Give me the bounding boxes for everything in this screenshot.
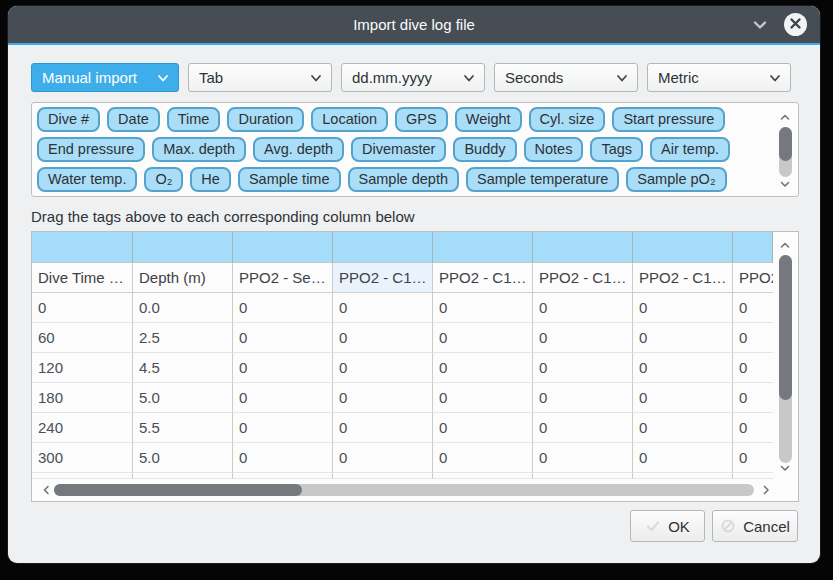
table-hscrollbar xyxy=(32,479,798,501)
table-cell: 0 xyxy=(333,443,433,473)
table-row: 180 5.0 0 0 0 0 0 0 xyxy=(32,383,773,413)
table-cell: 0 xyxy=(633,383,733,413)
tag-max-depth[interactable]: Max. depth xyxy=(152,137,246,162)
tag-water-temp[interactable]: Water temp. xyxy=(37,167,137,192)
close-button[interactable] xyxy=(784,13,807,36)
drop-target[interactable] xyxy=(433,232,533,263)
tag-cyl-size[interactable]: Cyl. size xyxy=(529,107,606,132)
shade-chevron-icon[interactable] xyxy=(752,17,768,33)
ok-button[interactable]: OK xyxy=(630,510,705,542)
table-cell: 0 xyxy=(233,383,333,413)
units-value: Metric xyxy=(658,69,699,86)
scroll-down-icon[interactable] xyxy=(779,462,791,474)
table-cell: 0 xyxy=(433,413,533,443)
tag-start-pressure[interactable]: Start pressure xyxy=(612,107,725,132)
tag-sample-po2[interactable]: Sample pO₂ xyxy=(626,167,726,192)
drop-target[interactable] xyxy=(333,232,433,263)
field-separator-select[interactable]: Tab xyxy=(188,63,332,92)
units-select[interactable]: Metric xyxy=(647,63,791,92)
tag-sample-depth[interactable]: Sample depth xyxy=(348,167,459,192)
column-drop-row xyxy=(32,232,773,263)
table-row: 0 0.0 0 0 0 0 0 0 xyxy=(32,293,773,323)
column-header[interactable]: Depth (m) xyxy=(133,263,233,293)
preview-table: Dive Time … Depth (m) PPO2 - Se… PPO2 - … xyxy=(31,231,799,502)
table-hscrollbar-thumb[interactable] xyxy=(54,484,302,496)
table-cell: 0 xyxy=(633,443,733,473)
tag-date[interactable]: Date xyxy=(107,107,160,132)
scroll-up-icon[interactable] xyxy=(779,111,791,123)
window-title: Import dive log file xyxy=(353,16,475,33)
drop-target[interactable] xyxy=(133,232,233,263)
ok-label: OK xyxy=(668,518,690,535)
table-vscrollbar-thumb[interactable] xyxy=(779,255,792,400)
table-cell: 240 xyxy=(32,413,133,443)
scroll-up-icon[interactable] xyxy=(779,239,791,251)
table-cell: 0 xyxy=(233,323,333,353)
close-icon xyxy=(789,16,802,34)
cancel-button[interactable]: Cancel xyxy=(712,510,798,542)
table-cell: 4.5 xyxy=(133,353,233,383)
table-cell: 0 xyxy=(233,413,333,443)
tag-notes[interactable]: Notes xyxy=(524,137,584,162)
titlebar: Import dive log file xyxy=(8,6,820,45)
table-cell: 0 xyxy=(433,293,533,323)
table-cell: 0 xyxy=(533,443,633,473)
tag-gps[interactable]: GPS xyxy=(395,107,448,132)
tag-end-pressure[interactable]: End pressure xyxy=(37,137,145,162)
column-header[interactable]: PPO2 - C1… xyxy=(633,263,733,293)
tag-air-temp[interactable]: Air temp. xyxy=(650,137,730,162)
date-format-select[interactable]: dd.mm.yyyy xyxy=(341,63,485,92)
table-cell: 0 xyxy=(733,443,773,473)
table-cell: 60 xyxy=(32,323,133,353)
chevron-down-icon xyxy=(157,72,169,84)
duration-format-value: Seconds xyxy=(505,69,563,86)
table-cell: 0 xyxy=(533,293,633,323)
column-header[interactable]: PPO2 xyxy=(733,263,773,293)
tag-sample-time[interactable]: Sample time xyxy=(238,167,341,192)
table-cell: 0 xyxy=(433,443,533,473)
tag-o2[interactable]: O₂ xyxy=(144,167,183,192)
cancel-icon xyxy=(720,518,736,534)
tag-dive-number[interactable]: Dive # xyxy=(37,107,100,132)
column-header[interactable]: PPO2 - C1… xyxy=(433,263,533,293)
table-cell: 2.5 xyxy=(133,323,233,353)
tag-duration[interactable]: Duration xyxy=(227,107,304,132)
scroll-right-icon[interactable] xyxy=(760,484,772,496)
table-cell: 0 xyxy=(32,293,133,323)
drop-target[interactable] xyxy=(233,232,333,263)
tag-avg-depth[interactable]: Avg. depth xyxy=(253,137,344,162)
table-cell: 0 xyxy=(733,383,773,413)
table-row: 120 4.5 0 0 0 0 0 0 xyxy=(32,353,773,383)
drop-target[interactable] xyxy=(733,232,773,263)
tag-sample-temperature[interactable]: Sample temperature xyxy=(466,167,619,192)
tag-divemaster[interactable]: Divemaster xyxy=(351,137,446,162)
tag-weight[interactable]: Weight xyxy=(455,107,522,132)
table-row: 240 5.5 0 0 0 0 0 0 xyxy=(32,413,773,443)
table-cell: 5.0 xyxy=(133,383,233,413)
tagpool-scrollbar-thumb[interactable] xyxy=(779,127,792,161)
scroll-left-icon[interactable] xyxy=(40,484,52,496)
table-cell: 0 xyxy=(333,293,433,323)
drag-instruction: Drag the tags above to each correspondin… xyxy=(31,208,415,225)
drop-target[interactable] xyxy=(533,232,633,263)
scroll-down-icon[interactable] xyxy=(779,178,791,190)
table-cell: 0 xyxy=(533,383,633,413)
column-header[interactable]: PPO2 - Se… xyxy=(233,263,333,293)
import-mode-select[interactable]: Manual import xyxy=(31,63,179,92)
table-cell: 0 xyxy=(533,323,633,353)
tag-buddy[interactable]: Buddy xyxy=(453,137,516,162)
table-cell: 0 xyxy=(333,353,433,383)
tag-tags[interactable]: Tags xyxy=(590,137,643,162)
drop-target[interactable] xyxy=(32,232,133,263)
table-cell: 0 xyxy=(533,413,633,443)
tag-time[interactable]: Time xyxy=(167,107,221,132)
drop-target[interactable] xyxy=(633,232,733,263)
column-header-highlighted[interactable]: PPO2 - C1… xyxy=(333,263,433,293)
tag-he[interactable]: He xyxy=(190,167,231,192)
tag-location[interactable]: Location xyxy=(311,107,388,132)
table-cell: 0 xyxy=(633,353,733,383)
column-header[interactable]: PPO2 - C1… xyxy=(533,263,633,293)
duration-format-select[interactable]: Seconds xyxy=(494,63,638,92)
column-header[interactable]: Dive Time … xyxy=(32,263,133,293)
date-format-value: dd.mm.yyyy xyxy=(352,69,432,86)
